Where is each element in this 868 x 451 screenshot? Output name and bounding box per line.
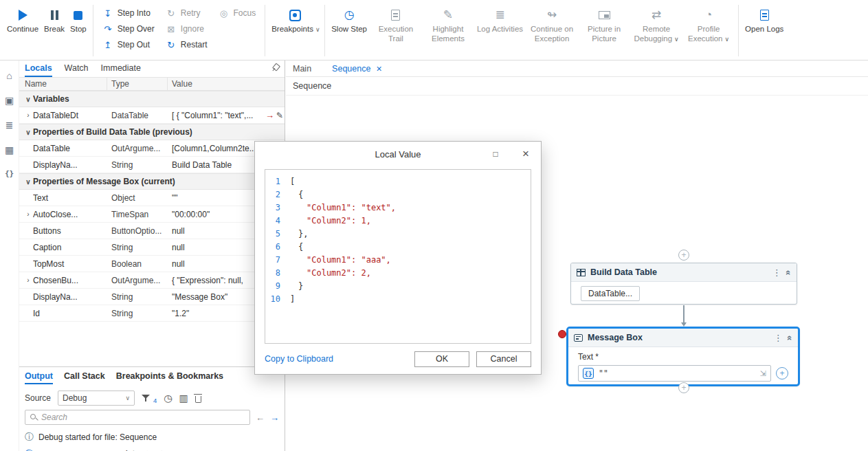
- navigate-to-value-icon[interactable]: →: [265, 111, 274, 120]
- column-header-value[interactable]: Value: [168, 79, 285, 89]
- slow-step-button[interactable]: ◷ Slow Step: [329, 3, 370, 58]
- output-panel: Output Call Stack Breakpoints & Bookmark…: [19, 366, 285, 451]
- line-number: 5: [265, 228, 290, 241]
- activity-message-box[interactable]: Message Box ⋮ « Text * {} "" ⇲ +: [566, 327, 800, 386]
- column-header-type[interactable]: Type: [107, 78, 168, 90]
- execution-trail-icon: [391, 6, 400, 25]
- expression-editor-icon[interactable]: {}: [583, 368, 594, 379]
- close-tab-icon[interactable]: ×: [376, 63, 381, 74]
- add-activity-button[interactable]: +: [678, 250, 689, 261]
- expressions-icon[interactable]: {}: [5, 169, 14, 178]
- activity-menu-icon[interactable]: ⋮: [774, 333, 783, 343]
- tab-locals[interactable]: Locals: [25, 63, 52, 77]
- locals-row[interactable]: TopMost Boolean null → ✎: [19, 256, 285, 272]
- restart-button[interactable]: ↻ Restart: [166, 38, 208, 51]
- tab-sequence[interactable]: Sequence ×: [332, 63, 382, 74]
- locals-row[interactable]: › DataTableDt DataTable [ { "Column1": "…: [19, 107, 285, 124]
- maximize-icon[interactable]: □: [480, 142, 511, 166]
- row-expander[interactable]: ›: [23, 276, 33, 284]
- activity-build-data-table[interactable]: Build Data Table ⋮ « DataTable...: [570, 263, 797, 305]
- locals-row[interactable]: Id String "1.2" → ✎: [19, 305, 285, 322]
- ignore-button[interactable]: ⊠ Ignore: [166, 23, 208, 35]
- copy-to-clipboard-link[interactable]: Copy to Clipboard: [265, 354, 333, 364]
- focus-button[interactable]: ◎ Focus: [218, 7, 256, 19]
- locals-row[interactable]: Text Object "" → ✎: [19, 190, 285, 206]
- continue-on-exception-button[interactable]: ↬ Continue on Exception: [526, 3, 578, 58]
- search-input[interactable]: [41, 412, 245, 422]
- locals-row[interactable]: DataTable OutArgume... [Column1,Column2t…: [19, 140, 285, 157]
- dialog-title-bar[interactable]: Local Value □ ×: [255, 142, 541, 166]
- stop-button[interactable]: Stop: [67, 3, 89, 58]
- continue-button[interactable]: Continue: [4, 3, 41, 58]
- profile-execution-button[interactable]: ◔ Profile Execution∨: [682, 3, 735, 58]
- row-expander[interactable]: ∨: [23, 178, 33, 186]
- collapse-icon[interactable]: «: [783, 270, 794, 274]
- locals-row[interactable]: Caption String null → ✎: [19, 239, 285, 256]
- filter-icon[interactable]: [142, 395, 151, 402]
- step-over-button[interactable]: ↷ Step Over: [102, 23, 155, 35]
- next-result-icon[interactable]: →: [270, 412, 279, 423]
- tab-main[interactable]: Main: [293, 64, 311, 74]
- step-out-button[interactable]: ↥ Step Out: [102, 38, 155, 51]
- step-over-icon: ↷: [102, 24, 113, 34]
- add-activity-button[interactable]: +: [678, 382, 689, 393]
- edit-datatable-button[interactable]: DataTable...: [581, 286, 640, 301]
- log-activities-button[interactable]: ≣ Log Activities: [474, 3, 526, 58]
- json-value-editor[interactable]: 1 [ 2 { 3 "Column1": "text", 4 "Column2"…: [265, 169, 531, 344]
- package-icon[interactable]: ▦: [5, 144, 14, 155]
- text-expression-field[interactable]: {} "" ⇲: [578, 365, 771, 382]
- tab-immediate[interactable]: Immediate: [101, 63, 141, 77]
- step-into-button[interactable]: ↧ Step Into: [102, 7, 155, 19]
- ribbon-separator: [324, 5, 325, 56]
- previous-result-icon[interactable]: ←: [256, 412, 265, 423]
- locals-row[interactable]: DisplayNa... String "Message Box" → ✎: [19, 289, 285, 305]
- home-icon[interactable]: ⌂: [6, 70, 12, 81]
- expand-expression-icon[interactable]: ⇲: [760, 369, 766, 378]
- activity-menu-icon[interactable]: ⋮: [772, 267, 781, 278]
- locals-row[interactable]: Buttons ButtonOptio... null → ✎: [19, 223, 285, 239]
- timestamps-icon[interactable]: ◷: [164, 393, 172, 404]
- clear-output-icon[interactable]: [195, 396, 201, 403]
- collapse-icon[interactable]: «: [785, 335, 795, 340]
- chevron-down-icon: ∨: [125, 395, 130, 402]
- code-line: 8 "Column2": 2,: [265, 267, 531, 280]
- row-expander[interactable]: ∨: [23, 96, 33, 103]
- row-expander[interactable]: ∨: [23, 129, 33, 136]
- picture-in-picture-button[interactable]: Picture in Picture: [578, 3, 630, 58]
- breakpoint-indicator[interactable]: [558, 330, 566, 338]
- locals-row[interactable]: ∨ Variables → ✎: [19, 91, 285, 107]
- locals-row[interactable]: ∨ Properties of Build Data Table (previo…: [19, 124, 285, 140]
- highlight-elements-button[interactable]: ✎ Highlight Elements: [422, 3, 474, 58]
- tab-watch[interactable]: Watch: [65, 63, 89, 77]
- output-message[interactable]: ⓘ Sample20250923du の実行が開始されました: [19, 445, 285, 451]
- remote-debugging-button[interactable]: ⇄ Remote Debugging∨: [630, 3, 682, 58]
- code-text: }: [290, 280, 303, 293]
- project-files-icon[interactable]: ▣: [5, 95, 14, 106]
- locals-row[interactable]: DisplayNa... String Build Data Table → ✎: [19, 157, 285, 173]
- locals-row[interactable]: › ChosenBu... OutArgume... { "Expression…: [19, 272, 285, 289]
- add-expression-button[interactable]: +: [776, 367, 788, 380]
- locals-row[interactable]: › AutoClose... TimeSpan "00:00:00" → ✎: [19, 206, 285, 223]
- tab-breakpoints-bookmarks[interactable]: Breakpoints & Bookmarks: [116, 371, 223, 384]
- output-message[interactable]: ⓘ Debug started for file: Sequence: [19, 428, 285, 445]
- columns-icon[interactable]: ▥: [179, 393, 188, 404]
- locals-row[interactable]: ∨ Properties of Message Box (current) → …: [19, 173, 285, 190]
- row-expander[interactable]: ›: [23, 210, 33, 218]
- execution-trail-button[interactable]: Execution Trail: [370, 3, 422, 58]
- tab-call-stack[interactable]: Call Stack: [64, 371, 105, 384]
- layers-icon[interactable]: ≣: [5, 120, 14, 131]
- cancel-button[interactable]: Cancel: [476, 351, 531, 367]
- ok-button[interactable]: OK: [414, 351, 469, 367]
- row-type: String: [107, 160, 168, 170]
- retry-button[interactable]: ↻ Retry: [166, 7, 208, 19]
- tab-output[interactable]: Output: [25, 371, 53, 384]
- close-icon[interactable]: ×: [511, 142, 541, 166]
- row-expander[interactable]: ›: [23, 111, 33, 119]
- pin-icon[interactable]: [271, 63, 279, 77]
- source-select[interactable]: Debug ∨: [58, 390, 135, 406]
- break-button[interactable]: Break: [41, 3, 67, 58]
- edit-value-icon[interactable]: ✎: [276, 111, 283, 120]
- open-logs-button[interactable]: Open Logs: [742, 3, 786, 58]
- breakpoints-button[interactable]: Breakpoints∨: [269, 3, 321, 58]
- column-header-name[interactable]: Name: [19, 78, 107, 90]
